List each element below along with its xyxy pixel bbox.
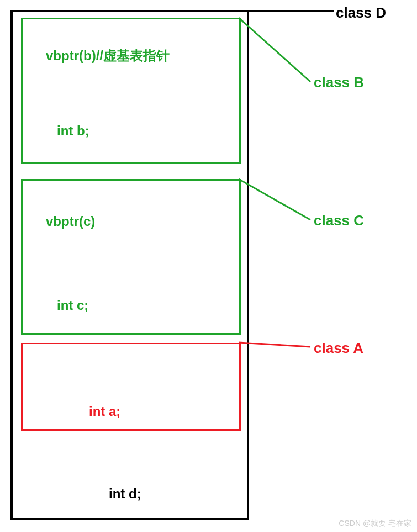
int-a-text: int a; bbox=[89, 404, 120, 419]
class-c-label: class C bbox=[314, 212, 364, 229]
int-d-text: int d; bbox=[109, 486, 141, 502]
svg-line-2 bbox=[239, 179, 310, 220]
class-b-label: class B bbox=[314, 74, 364, 91]
class-a-box: int a; bbox=[21, 343, 241, 431]
svg-line-1 bbox=[239, 18, 310, 82]
watermark: CSDN @就要 宅在家 bbox=[339, 519, 411, 529]
vbptr-c-text: vbptr(c) bbox=[46, 214, 95, 229]
class-b-box: vbptr(b)//虚基表指针 int b; bbox=[21, 18, 241, 164]
int-c-text: int c; bbox=[57, 298, 88, 313]
vbptr-b-text: vbptr(b)//虚基表指针 bbox=[46, 47, 170, 65]
class-d-label: class D bbox=[336, 4, 386, 22]
class-a-label: class A bbox=[314, 340, 363, 357]
int-b-text: int b; bbox=[57, 123, 89, 139]
class-c-box: vbptr(c) int c; bbox=[21, 179, 241, 335]
class-d-container: vbptr(b)//虚基表指针 int b; vbptr(c) int c; i… bbox=[10, 10, 249, 520]
svg-line-3 bbox=[239, 343, 310, 347]
